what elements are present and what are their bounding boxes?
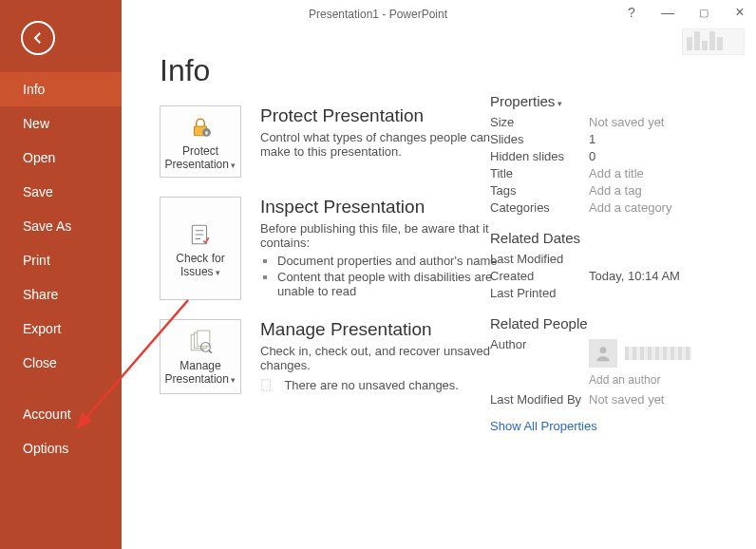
add-author-link[interactable]: Add an author — [589, 373, 728, 387]
svg-rect-8 — [262, 379, 271, 389]
page-title: Info — [160, 53, 722, 88]
nav-save-as[interactable]: Save As — [0, 209, 122, 243]
maximize-button[interactable]: ▢ — [695, 7, 712, 19]
minimize-button[interactable]: — — [659, 5, 676, 20]
manage-note: There are no unsaved changes. — [284, 378, 459, 392]
prop-label-title: Title — [490, 166, 589, 180]
inspect-item: Content that people with disabilities ar… — [277, 270, 498, 298]
nav-close[interactable]: Close — [0, 346, 122, 380]
lock-icon — [188, 114, 213, 141]
help-button[interactable]: ? — [623, 5, 640, 20]
document-icon — [260, 379, 275, 394]
prop-label-size: Size — [490, 115, 589, 129]
show-all-properties-link[interactable]: Show All Properties — [490, 419, 597, 433]
check-issues-label: Check for Issues — [164, 252, 236, 278]
prop-value-tags[interactable]: Add a tag — [589, 183, 642, 198]
check-issues-button[interactable]: Check for Issues — [160, 197, 241, 300]
protect-title: Protect Presentation — [260, 105, 498, 126]
nav-save[interactable]: Save — [0, 175, 122, 209]
checklist-icon — [188, 221, 213, 248]
related-people-header: Related People — [490, 315, 728, 331]
protect-presentation-button[interactable]: Protect Presentation — [160, 105, 241, 178]
author-label: Author — [490, 337, 589, 351]
properties-dropdown[interactable]: Properties — [490, 93, 728, 109]
prop-value-hidden: 0 — [589, 149, 595, 163]
svg-point-9 — [600, 347, 607, 353]
manage-body: Check in, check out, and recover unsaved… — [260, 344, 498, 372]
nav-print[interactable]: Print — [0, 243, 122, 277]
prop-label-tags: Tags — [490, 183, 589, 198]
prop-value-slides: 1 — [589, 132, 595, 146]
properties-panel: Properties SizeNot saved yet Slides1 Hid… — [490, 93, 728, 433]
documents-icon — [188, 329, 213, 355]
backstage-sidebar: Info New Open Save Save As Print Share E… — [0, 0, 122, 549]
prop-value-size: Not saved yet — [589, 115, 665, 129]
date-label-printed: Last Printed — [490, 286, 589, 300]
main-area: Info Protect Presentation Protect Presen… — [122, 27, 756, 549]
manage-button-label: Manage Presentation — [164, 359, 236, 386]
manage-title: Manage Presentation — [260, 319, 498, 340]
inspect-body: Before publishing this file, be aware th… — [260, 221, 498, 250]
nav-new[interactable]: New — [0, 106, 122, 141]
date-value-created: Today, 10:14 AM — [589, 269, 680, 283]
prop-label-slides: Slides — [490, 132, 589, 146]
nav-info[interactable]: Info — [0, 72, 122, 106]
date-label-created: Created — [490, 269, 589, 283]
prop-value-title[interactable]: Add a title — [589, 166, 644, 180]
inspect-title: Inspect Presentation — [260, 197, 498, 218]
modified-by-value: Not saved yet — [589, 392, 665, 407]
svg-rect-2 — [205, 131, 207, 134]
nav-share[interactable]: Share — [0, 277, 122, 312]
svg-rect-6 — [198, 331, 210, 346]
protect-body: Control what types of changes people can… — [260, 130, 498, 159]
prop-label-categories: Categories — [490, 200, 589, 215]
date-label-modified: Last Modified — [490, 252, 589, 266]
manage-presentation-button[interactable]: Manage Presentation — [160, 319, 241, 394]
modified-by-label: Last Modified By — [490, 392, 589, 407]
prop-label-hidden: Hidden slides — [490, 149, 589, 163]
nav-options[interactable]: Options — [0, 431, 122, 465]
nav-account[interactable]: Account — [0, 397, 122, 431]
back-button[interactable] — [21, 21, 55, 55]
inspect-item: Document properties and author's name — [277, 254, 498, 268]
protect-button-label: Protect Presentation — [164, 144, 236, 171]
author-name[interactable] — [625, 347, 691, 360]
close-button[interactable]: × — [731, 4, 748, 21]
related-dates-header: Related Dates — [490, 230, 728, 246]
avatar[interactable] — [589, 339, 617, 368]
prop-value-categories[interactable]: Add a category — [589, 200, 671, 215]
nav-export[interactable]: Export — [0, 312, 122, 346]
nav-open[interactable]: Open — [0, 141, 122, 175]
